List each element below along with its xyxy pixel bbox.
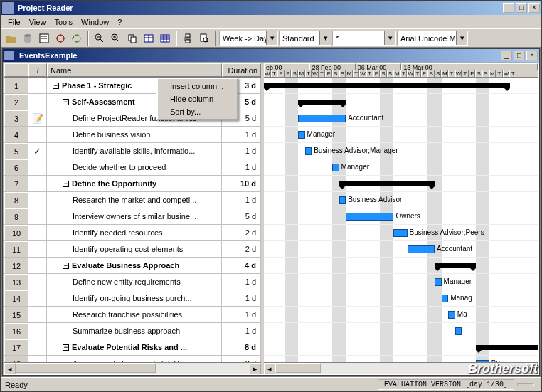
task-bar[interactable]: [476, 360, 489, 362]
summary-bar[interactable]: [339, 181, 435, 186]
table-row[interactable]: 12−Evaluate Business Approach4 d: [4, 258, 261, 274]
task-bar[interactable]: [408, 245, 435, 253]
summary-bar[interactable]: [264, 83, 510, 88]
gantt-row[interactable]: [264, 274, 538, 290]
duration-cell[interactable]: 1 d: [222, 127, 261, 142]
gantt-row[interactable]: [264, 258, 538, 274]
task-bar[interactable]: [298, 115, 346, 122]
table-row[interactable]: 9Interview owners of similar busine...5 …: [4, 208, 261, 225]
row-number[interactable]: 12: [4, 258, 28, 273]
header-name[interactable]: Name: [47, 63, 222, 77]
duration-cell[interactable]: 5 d: [222, 208, 261, 224]
child-maximize-button[interactable]: □: [514, 51, 525, 60]
task-name-cell[interactable]: Summarize business approach: [47, 323, 222, 339]
table-row[interactable]: 15Research franchise possibilities1 d: [4, 307, 261, 323]
child-minimize-button[interactable]: _: [501, 51, 512, 60]
row-number[interactable]: 5: [4, 143, 28, 159]
task-bar[interactable]: [298, 131, 305, 139]
table2-icon[interactable]: [157, 31, 173, 46]
task-name-cell[interactable]: Interview owners of similar busine...: [47, 208, 222, 224]
task-bar[interactable]: [442, 295, 449, 302]
gantt-row[interactable]: [264, 127, 538, 143]
task-name-cell[interactable]: Assess market size and stability: [47, 356, 222, 362]
close-button[interactable]: ×: [528, 3, 540, 13]
task-name-cell[interactable]: Research franchise possibilities: [47, 307, 222, 322]
task-bar[interactable]: [305, 147, 312, 155]
menu-view[interactable]: View: [25, 16, 51, 28]
menu-insert-column[interactable]: Insert column...: [159, 80, 236, 92]
table-row[interactable]: 10Identify needed resources2 d: [4, 225, 261, 241]
scroll-right-icon[interactable]: ▸: [250, 363, 261, 374]
task-name-cell[interactable]: Decide whether to proceed: [47, 159, 222, 175]
duration-cell[interactable]: 1 d: [222, 192, 261, 208]
header-rownum[interactable]: [4, 63, 28, 77]
duration-cell[interactable]: 1 d: [222, 307, 261, 322]
row-number[interactable]: 2: [4, 94, 28, 110]
gantt-row[interactable]: [264, 241, 538, 258]
summary-bar[interactable]: [435, 263, 476, 268]
duration-cell[interactable]: 1 d: [222, 274, 261, 290]
row-number[interactable]: 11: [4, 241, 28, 257]
child-close-button[interactable]: ×: [526, 51, 538, 60]
menu-sort-by[interactable]: Sort by...: [159, 105, 236, 118]
row-number[interactable]: 6: [4, 159, 28, 175]
filter-combo[interactable]: *▾: [332, 31, 396, 46]
chevron-down-icon[interactable]: ▾: [319, 31, 331, 45]
minimize-button[interactable]: _: [503, 3, 514, 13]
chevron-down-icon[interactable]: ▾: [266, 31, 277, 45]
gantt-row[interactable]: [264, 159, 538, 176]
font-combo[interactable]: Arial Unicode MS▾: [397, 31, 468, 46]
duration-cell[interactable]: 8 d: [222, 339, 261, 355]
task-name-cell[interactable]: Research the market and competi...: [47, 192, 222, 208]
row-number[interactable]: 3: [4, 110, 28, 126]
table-row[interactable]: 4Define business vision1 d: [4, 127, 261, 143]
zoom-out-icon[interactable]: [92, 31, 107, 46]
duration-cell[interactable]: 2 d: [222, 241, 261, 257]
gantt-row[interactable]: [264, 290, 538, 307]
table-row[interactable]: 14Identify on-going business purch...1 d: [4, 290, 261, 307]
task-name-cell[interactable]: Identify operating cost elements: [47, 241, 222, 257]
duration-cell[interactable]: 1 d: [222, 159, 261, 175]
header-indicator[interactable]: i: [28, 63, 47, 77]
row-number[interactable]: 18: [4, 356, 28, 362]
row-number[interactable]: 4: [4, 127, 28, 142]
summary-bar[interactable]: [298, 100, 346, 105]
db-icon[interactable]: [20, 31, 36, 46]
table-row[interactable]: 16Summarize business approach1 d: [4, 323, 261, 339]
row-number[interactable]: 10: [4, 225, 28, 240]
table-row[interactable]: 13Define new entity requirements1 d: [4, 274, 261, 290]
open-icon[interactable]: [4, 31, 19, 46]
duration-cell[interactable]: 4 d: [222, 258, 261, 273]
task-name-cell[interactable]: Define new entity requirements: [47, 274, 222, 290]
table-row[interactable]: 17−Evaluate Potential Risks and ...8 d: [4, 339, 261, 356]
duration-cell[interactable]: 1 d: [222, 323, 261, 339]
table-row[interactable]: 8Research the market and competi...1 d: [4, 192, 261, 208]
duration-cell[interactable]: 10 d: [222, 176, 261, 191]
row-number[interactable]: 15: [4, 307, 28, 322]
refresh-icon[interactable]: [69, 31, 85, 46]
scroll-right-icon[interactable]: ▸: [526, 363, 538, 374]
task-name-cell[interactable]: Define business vision: [47, 127, 222, 142]
scroll-left-icon[interactable]: ◂: [4, 363, 16, 374]
row-number[interactable]: 8: [4, 192, 28, 208]
task-name-cell[interactable]: −Define the Opportunity: [47, 176, 222, 191]
task-bar[interactable]: [455, 327, 462, 335]
table-row[interactable]: 11Identify operating cost elements2 d: [4, 241, 261, 258]
task-name-cell[interactable]: −Evaluate Business Approach: [47, 258, 222, 273]
row-number[interactable]: 13: [4, 274, 28, 290]
duration-cell[interactable]: 2 d: [222, 356, 261, 362]
table-row[interactable]: 18Assess market size and stability2 d: [4, 356, 261, 362]
duration-cell[interactable]: 2 d: [222, 225, 261, 240]
gantt-row[interactable]: [264, 323, 538, 339]
menu-help[interactable]: ?: [113, 16, 126, 28]
menu-window[interactable]: Window: [77, 16, 113, 28]
task-name-cell[interactable]: Identify on-going business purch...: [47, 290, 222, 306]
task-bar[interactable]: [393, 229, 407, 237]
maximize-button[interactable]: □: [516, 3, 527, 13]
header-duration[interactable]: Duration: [222, 63, 261, 77]
row-number[interactable]: 16: [4, 323, 28, 339]
timescale-combo[interactable]: Week -> Day▾: [219, 31, 278, 46]
summary-bar[interactable]: [476, 345, 538, 350]
task-bar[interactable]: [332, 164, 339, 171]
menu-hide-column[interactable]: Hide column: [159, 92, 236, 105]
